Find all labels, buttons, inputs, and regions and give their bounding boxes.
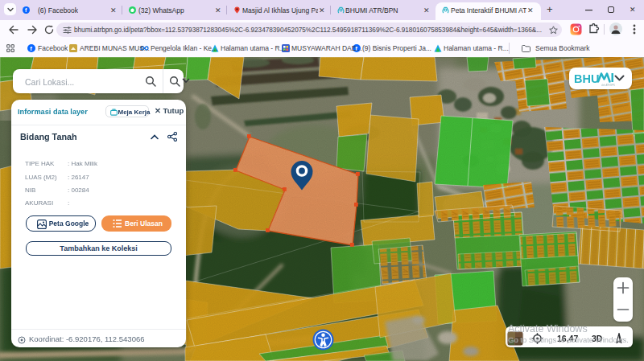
svg-text:oleh ATR/BPN: oleh ATR/BPN	[601, 84, 615, 87]
svg-text:BHU: BHU	[574, 72, 599, 85]
